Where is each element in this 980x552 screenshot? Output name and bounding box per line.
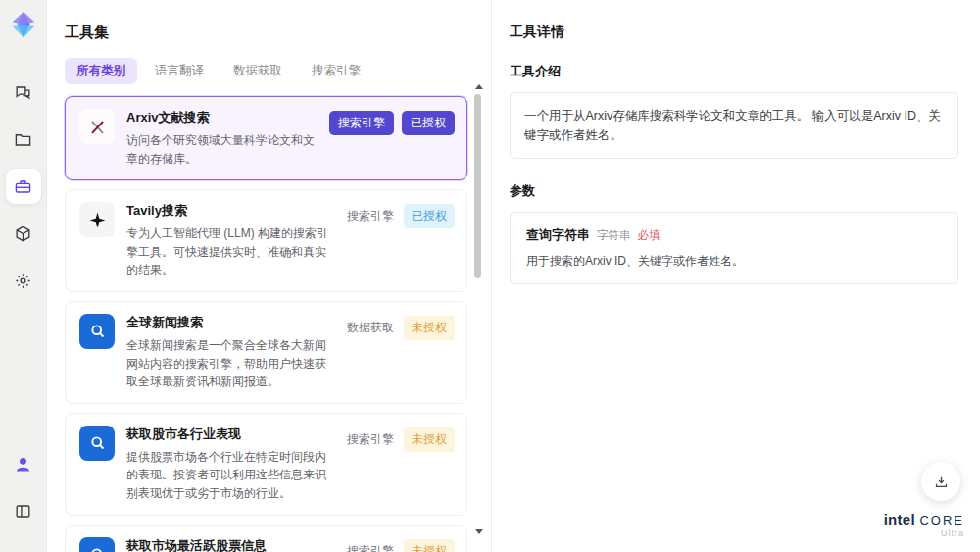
tool-name: Arxiv文献搜索 (126, 109, 318, 126)
download-icon (933, 474, 950, 490)
tool-auth-badge: 已授权 (404, 204, 455, 228)
tool-card-body: 获取市场最活跃股票信息 提供当天交易量最高的股票列表。投资者可以利用这些信息来识… (126, 537, 333, 552)
param-card: 查询字符串 字符串 必填 用于搜索的Arxiv ID、关键字或作者姓名。 (510, 212, 958, 284)
sidebar-item-collapse[interactable] (6, 493, 41, 528)
gear-icon (14, 272, 32, 290)
sidebar-item-settings[interactable] (6, 263, 41, 298)
tool-name: 获取市场最活跃股票信息 (126, 537, 333, 552)
tool-category-badge: 搜索引擎 (345, 427, 396, 452)
tool-card[interactable]: Tavily搜索 专为人工智能代理 (LLM) 构建的搜索引擎工具。可快速提供实… (65, 189, 467, 292)
tool-description: 专为人工智能代理 (LLM) 构建的搜索引擎工具。可快速提供实时、准确和真实的结… (126, 225, 333, 279)
sidebar-item-files[interactable] (6, 122, 41, 157)
tavily-star-icon (88, 211, 107, 229)
folder-icon (14, 130, 32, 149)
tool-category-badge: 搜索引擎 (345, 204, 396, 228)
tool-description: 访问各个研究领域大量科学论文和文章的存储库。 (126, 131, 318, 168)
param-name: 查询字符串 (526, 226, 590, 244)
search-app-icon (88, 433, 107, 452)
tool-icon (79, 202, 115, 237)
tool-category-badge: 搜索引擎 (345, 539, 396, 552)
param-required-badge: 必填 (638, 228, 661, 243)
intro-text: 一个用于从Arxiv存储库搜索科学论文和文章的工具。 输入可以是Arxiv ID… (510, 92, 958, 159)
cube-icon (14, 225, 32, 243)
brand-core-text: CORE (919, 513, 964, 527)
tool-name: 获取股市各行业表现 (126, 426, 333, 443)
tool-icon (79, 314, 115, 349)
arxiv-logo-icon (88, 118, 107, 136)
sidebar-item-user[interactable] (6, 446, 41, 481)
list-scrollbar[interactable] (473, 84, 483, 534)
toolset-title: 工具集 (65, 24, 467, 42)
tool-card-body: Tavily搜索 专为人工智能代理 (LLM) 构建的搜索引擎工具。可快速提供实… (126, 202, 333, 279)
layout-panel-icon (14, 502, 32, 521)
briefcase-icon (14, 177, 32, 196)
param-description: 用于搜索的Arxiv ID、关键字或作者姓名。 (526, 253, 942, 270)
scrollbar-thumb[interactable] (474, 94, 481, 278)
intel-core-logo: intel CORE Ultra (884, 512, 964, 538)
brand-intel-text: intel (884, 511, 915, 527)
tool-description: 全球新闻搜索是一个聚合全球各大新闻网站内容的搜索引擎，帮助用户快速获取全球最新资… (126, 336, 333, 391)
tool-card[interactable]: 获取股市各行业表现 提供股票市场各个行业在特定时间段内的表现。投资者可以利用这些… (65, 413, 467, 516)
tool-badges: 搜索引擎 已授权 (345, 202, 455, 279)
tab-1[interactable]: 语言翻译 (143, 58, 216, 84)
tool-card-body: 全球新闻搜索 全球新闻搜索是一个聚合全球各大新闻网站内容的搜索引擎，帮助用户快速… (126, 314, 333, 391)
category-tabs: 所有类别语言翻译数据获取搜索引擎 (65, 58, 467, 84)
scroll-down-arrow[interactable] (475, 529, 483, 534)
tool-badges: 搜索引擎 已授权 (329, 109, 455, 168)
tool-detail-panel: 工具详情 工具介绍 一个用于从Arxiv存储库搜索科学论文和文章的工具。 输入可… (492, 0, 980, 552)
param-type: 字符串 (597, 228, 631, 243)
brand-sub-text: Ultra (884, 529, 964, 538)
tool-card[interactable]: 获取市场最活跃股票信息 提供当天交易量最高的股票列表。投资者可以利用这些信息来识… (65, 525, 467, 552)
scroll-up-arrow[interactable] (475, 84, 483, 89)
params-heading: 参数 (510, 182, 958, 200)
tool-badges: 搜索引擎 未授权 (345, 426, 455, 503)
tool-category-badge: 搜索引擎 (329, 111, 394, 135)
tool-category-badge: 数据获取 (345, 316, 396, 340)
tool-auth-badge: 未授权 (404, 316, 455, 340)
search-app-icon (88, 322, 107, 340)
tool-name: Tavily搜索 (126, 202, 333, 220)
app-window: 工具集 所有类别语言翻译数据获取搜索引擎 Arxiv文献搜索 访问各个研究领域大… (0, 0, 980, 552)
tool-auth-badge: 已授权 (402, 111, 455, 135)
left-sidebar (0, 0, 47, 552)
intro-heading: 工具介绍 (510, 63, 958, 80)
tab-3[interactable]: 搜索引擎 (300, 58, 372, 84)
param-header: 查询字符串 字符串 必填 (526, 226, 942, 244)
tool-card-body: Arxiv文献搜索 访问各个研究领域大量科学论文和文章的存储库。 (126, 109, 318, 168)
sidebar-item-toolbox[interactable] (6, 169, 41, 204)
tool-name: 全球新闻搜索 (126, 314, 333, 331)
tool-badges: 数据获取 未授权 (345, 314, 455, 391)
tool-icon (79, 426, 115, 461)
search-app-icon (88, 545, 107, 552)
download-button[interactable] (921, 462, 960, 501)
tool-card[interactable]: 全球新闻搜索 全球新闻搜索是一个聚合全球各大新闻网站内容的搜索引擎，帮助用户快速… (65, 301, 467, 404)
tool-auth-badge: 未授权 (404, 539, 455, 552)
tab-2[interactable]: 数据获取 (221, 58, 294, 84)
tool-icon (79, 109, 115, 144)
tool-badges: 搜索引擎 未授权 (345, 537, 455, 552)
toolset-panel: 工具集 所有类别语言翻译数据获取搜索引擎 Arxiv文献搜索 访问各个研究领域大… (47, 0, 492, 552)
tool-description: 提供股票市场各个行业在特定时间段内的表现。投资者可以利用这些信息来识别表现优于或… (126, 448, 333, 503)
tool-auth-badge: 未授权 (404, 427, 455, 452)
tool-card-body: 获取股市各行业表现 提供股票市场各个行业在特定时间段内的表现。投资者可以利用这些… (126, 426, 333, 503)
detail-title: 工具详情 (510, 24, 958, 41)
tool-card[interactable]: Arxiv文献搜索 访问各个研究领域大量科学论文和文章的存储库。 搜索引擎 已授… (65, 96, 467, 180)
sidebar-item-chat[interactable] (6, 75, 41, 110)
tool-list: Arxiv文献搜索 访问各个研究领域大量科学论文和文章的存储库。 搜索引擎 已授… (65, 96, 467, 552)
tool-icon (79, 537, 115, 552)
tab-0[interactable]: 所有类别 (65, 58, 137, 84)
chat-icon (14, 83, 32, 102)
user-icon (14, 455, 32, 474)
sidebar-item-models[interactable] (6, 216, 41, 251)
app-logo-icon (9, 10, 38, 39)
